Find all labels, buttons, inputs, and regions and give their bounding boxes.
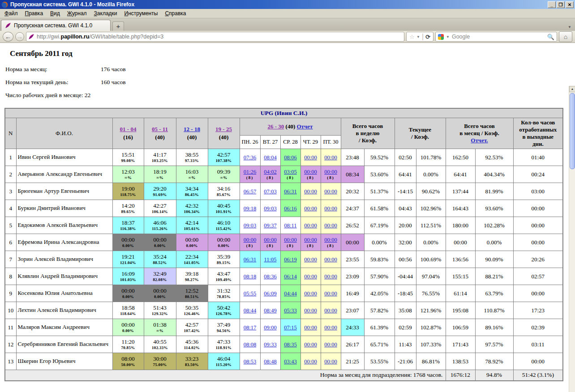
day-hours-link[interactable]: 03:05 bbox=[284, 169, 296, 175]
day-hours-link[interactable]: 08:17 bbox=[244, 324, 256, 331]
day-hours-link[interactable]: 09:37 bbox=[264, 222, 276, 229]
week3-link[interactable]: 12 - 18 bbox=[184, 126, 200, 132]
scrollbar-thumb[interactable] bbox=[570, 93, 575, 169]
day-hours-link[interactable]: 08:04 bbox=[264, 154, 276, 161]
bookmark-star-icon[interactable]: ☆ bbox=[409, 34, 415, 40]
day-hours-link[interactable]: 08:35 bbox=[284, 341, 296, 348]
day-hours-link[interactable]: 06:31 bbox=[284, 188, 296, 195]
day-hours-link[interactable]: 09:18 bbox=[244, 205, 256, 212]
tab-active[interactable]: Пропускная система. GWI 4.1.0 bbox=[1, 20, 111, 31]
bookmark-dropdown-icon[interactable]: ▼ bbox=[416, 35, 420, 39]
day-hours-link[interactable]: 00:00 bbox=[304, 358, 317, 365]
week1-link[interactable]: 01 - 04 bbox=[120, 126, 137, 132]
reload-icon[interactable]: ⟳ bbox=[425, 34, 430, 40]
day-hours-link[interactable]: 00:00 bbox=[324, 273, 337, 280]
day-hours-link[interactable]: 00:00 bbox=[304, 290, 317, 297]
day-hours-link[interactable]: 00:00 bbox=[324, 205, 337, 212]
day-hours-link[interactable]: 03:43 bbox=[284, 358, 296, 365]
day-hours-link[interactable]: 08:06 bbox=[284, 154, 296, 161]
day-hours-link[interactable]: 00:00 bbox=[304, 341, 317, 348]
day-hours-link[interactable]: 00:00 bbox=[324, 154, 337, 161]
home-button[interactable]: ⌂ bbox=[559, 31, 572, 42]
url-bar[interactable]: http://gwi.papillon.ru/GWI/table/table.p… bbox=[26, 32, 404, 42]
week4-link[interactable]: 19 - 25 bbox=[215, 126, 232, 132]
day-hours-link[interactable]: 08:18 bbox=[244, 273, 256, 280]
day-hours-link[interactable]: 09:03 bbox=[264, 205, 276, 212]
vertical-scrollbar[interactable]: ▲ ▼ bbox=[569, 86, 575, 392]
day-hours-link[interactable]: 00:00 bbox=[324, 237, 337, 243]
day-hours-link[interactable]: 06:09 bbox=[264, 290, 276, 297]
day-hours-link[interactable]: 05:55 bbox=[244, 290, 256, 297]
new-tab-button[interactable]: + bbox=[112, 21, 124, 31]
day-hours-link[interactable]: 09:00 bbox=[264, 324, 276, 331]
search-input[interactable]: Google bbox=[452, 34, 545, 40]
day-hours-link[interactable]: 00:00 bbox=[264, 237, 276, 243]
day-hours-link[interactable]: 09:03 bbox=[244, 222, 256, 229]
day-hours-link[interactable]: 00:00 bbox=[304, 154, 317, 161]
menu-инструменты[interactable]: Инструменты bbox=[121, 9, 162, 18]
day-hours-link[interactable]: 00:00 bbox=[324, 307, 337, 314]
day-hours-link[interactable]: 01:26 bbox=[244, 169, 256, 175]
day-hours-link[interactable]: 08:08 bbox=[244, 341, 256, 348]
day-hours-link[interactable]: 00:00 bbox=[324, 358, 337, 365]
day-hours-link[interactable]: 00:00 bbox=[304, 307, 317, 314]
search-box[interactable]: ▼ Google 🔍 bbox=[435, 32, 557, 42]
day-hours-link[interactable]: 08:11 bbox=[284, 222, 296, 229]
menu-правка[interactable]: Правка bbox=[21, 9, 47, 18]
search-engine-dropdown-icon[interactable]: ▼ bbox=[446, 35, 450, 39]
menu-файл[interactable]: Файл bbox=[1, 9, 21, 18]
day-hours-link[interactable]: 00:00 bbox=[304, 256, 317, 263]
day-hours-link[interactable]: 00:00 bbox=[304, 324, 317, 331]
day-hours-link[interactable]: 00:00 bbox=[324, 290, 337, 297]
day-hours-link[interactable]: 06:57 bbox=[244, 188, 256, 195]
day-hours-link[interactable]: 09:33 bbox=[264, 341, 276, 348]
day-hours-link[interactable]: 00:00 bbox=[304, 169, 317, 175]
current-week-link[interactable]: 26 - 30 bbox=[267, 123, 284, 130]
day-hours-link[interactable]: 04:44 bbox=[284, 290, 296, 297]
day-hours-link[interactable]: 00:00 bbox=[284, 237, 296, 243]
menu-справка[interactable]: Справка bbox=[161, 9, 189, 18]
day-hours-link[interactable]: 08:53 bbox=[244, 358, 256, 365]
day-hours-link[interactable]: 07:03 bbox=[264, 188, 276, 195]
close-button[interactable]: ✕ bbox=[566, 1, 574, 8]
day-hours-link[interactable]: 05:33 bbox=[284, 307, 296, 314]
day-hours-link[interactable]: 00:00 bbox=[304, 205, 317, 212]
day-hours-link[interactable]: 00:00 bbox=[304, 273, 317, 280]
minimize-button[interactable]: _ bbox=[548, 1, 556, 8]
restore-button[interactable]: ❐ bbox=[557, 1, 565, 8]
day-hours-link[interactable]: 00:00 bbox=[324, 324, 337, 331]
day-hours-cell: 00:00 bbox=[321, 353, 341, 370]
day-hours-link[interactable]: 06:31 bbox=[244, 256, 256, 263]
day-hours-link[interactable]: 08:36 bbox=[264, 273, 276, 280]
day-hours-link[interactable]: 08:44 bbox=[244, 307, 256, 314]
search-icon[interactable]: 🔍 bbox=[547, 34, 554, 40]
day-hours-link[interactable]: 00:00 bbox=[304, 237, 317, 243]
scroll-up-icon[interactable]: ▲ bbox=[569, 86, 575, 92]
forward-button[interactable]: → bbox=[15, 32, 24, 41]
day-hours-link[interactable]: 00:00 bbox=[324, 169, 337, 175]
day-hours-link[interactable]: 00:00 bbox=[304, 188, 317, 195]
tab-list-dropdown-icon[interactable]: ▼ bbox=[568, 25, 571, 29]
day-hours-link[interactable]: 00:00 bbox=[244, 237, 256, 243]
day-hours-link[interactable]: 04:02 bbox=[264, 169, 276, 175]
day-hours-link[interactable]: 06:14 bbox=[284, 273, 296, 280]
back-button[interactable]: ← bbox=[3, 32, 13, 42]
menu-закладки[interactable]: Закладки bbox=[90, 9, 121, 18]
day-hours-link[interactable]: 00:00 bbox=[324, 188, 337, 195]
day-hours-link[interactable]: 00:00 bbox=[324, 222, 337, 229]
day-hours-link[interactable]: 07:15 bbox=[284, 324, 296, 331]
day-hours-link[interactable]: 07:36 bbox=[244, 154, 256, 161]
month-report-link[interactable]: Отчет. bbox=[471, 137, 488, 144]
current-week-report-link[interactable]: Отчет bbox=[297, 123, 313, 130]
day-hours-link[interactable]: 00:00 bbox=[324, 256, 337, 263]
day-hours-link[interactable]: 00:00 bbox=[324, 341, 337, 348]
day-hours-link[interactable]: 06:16 bbox=[284, 205, 296, 212]
week2-link[interactable]: 05 - 11 bbox=[152, 126, 168, 132]
day-hours-link[interactable]: 06:19 bbox=[284, 256, 296, 263]
menu-журнал[interactable]: Журнал bbox=[64, 9, 90, 18]
day-hours-link[interactable]: 11:05 bbox=[264, 256, 276, 263]
menu-вид[interactable]: Вид bbox=[47, 9, 64, 18]
day-hours-link[interactable]: 00:00 bbox=[304, 222, 317, 229]
day-hours-link[interactable]: 08:48 bbox=[264, 358, 276, 365]
day-hours-link[interactable]: 08:49 bbox=[264, 307, 276, 314]
